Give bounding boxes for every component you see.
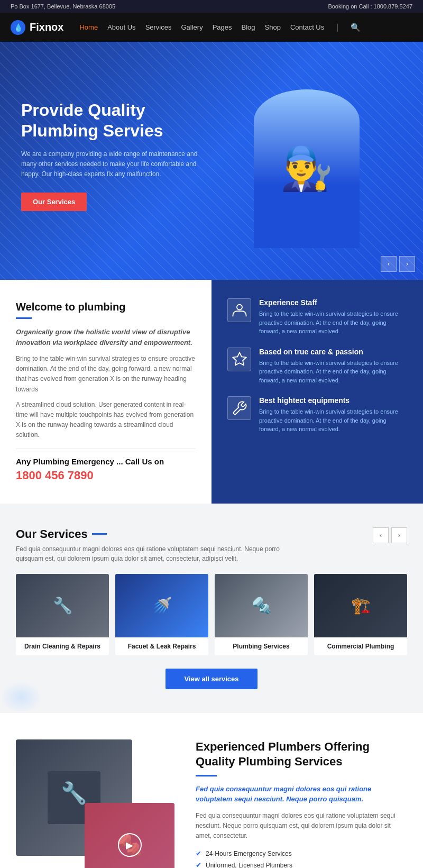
check-icon-2: ✔ (196, 861, 201, 868)
equipment-icon (227, 396, 251, 420)
quality-title: Experienced Plumbers Offering Quality Pl… (196, 739, 407, 770)
welcome-body2: A streamlined cloud solution. User gener… (16, 400, 196, 441)
svg-text:🔧: 🔧 (61, 780, 87, 806)
service-image-2: 🚿 (115, 574, 208, 637)
emergency-title: Any Plumbing Emergency ... Call Us on (16, 457, 196, 466)
feature-desc-2: Bring to the table win-win survival stra… (259, 359, 407, 385)
navbar: 💧 Fixnox Home About Us Services Gallery … (0, 13, 423, 42)
check-icon-1: ✔ (196, 849, 201, 857)
services-title: Our Services (16, 527, 280, 541)
feature-title-1: Experience Staff (259, 298, 407, 307)
quality-tagline: Fed quia consequuntur magni dolores eos … (196, 784, 407, 805)
feature-text-1: Experience Staff Bring to the table win-… (259, 298, 407, 336)
quality-section: 🔧 🔩 ▶ Experienced Plumbers Offering Qual… (0, 713, 423, 869)
services-prev-arrow[interactable]: ‹ (373, 527, 389, 543)
nav-divider: | (336, 23, 338, 32)
brand-icon: 💧 (11, 20, 25, 35)
service-image-4: 🏗️ (314, 574, 407, 637)
play-overlay: ▶ (85, 803, 174, 869)
services-slider-arrows: ‹ › (373, 527, 407, 543)
hero-cta-button[interactable]: Our Services (21, 193, 87, 211)
brand-logo[interactable]: 💧 Fixnox (11, 20, 63, 35)
hero-title: Provide Quality Plumbing Servies (21, 100, 212, 141)
service-label-3: Plumbing Services (215, 637, 308, 655)
passion-icon (227, 348, 251, 371)
split-section: Welcome to plumbing Organically grow the… (0, 280, 423, 504)
feature-desc-1: Bring to the table win-win survival stra… (259, 309, 407, 336)
nav-services[interactable]: Services (145, 23, 172, 31)
service-card-4[interactable]: 🏗️ Commercial Plumbing (314, 574, 407, 655)
quality-description: Fed quia consequuntur magni dolores eos … (196, 811, 407, 842)
checklist-item-1: ✔ 24-Hours Emergency Services (196, 849, 407, 857)
nav-home[interactable]: Home (79, 23, 98, 31)
hero-content: Provide Quality Plumbing Servies We are … (21, 100, 212, 211)
services-header: Our Services Fed quia consequuntur magni… (16, 527, 407, 563)
brand-name: Fixnox (30, 21, 63, 33)
play-button[interactable]: ▶ (118, 833, 142, 857)
nav-shop[interactable]: Shop (265, 23, 281, 31)
feature-item-1: Experience Staff Bring to the table win-… (227, 298, 407, 336)
divider (16, 449, 196, 449)
services-title-line (92, 533, 107, 535)
quality-checklist: ✔ 24-Hours Emergency Services ✔ Uniforme… (196, 849, 407, 868)
service-image-3: 🔩 (215, 574, 308, 637)
feature-title-2: Based on true care & passion (259, 348, 407, 356)
nav-about[interactable]: About Us (107, 23, 135, 31)
service-label-4: Commercial Plumbing (314, 637, 407, 655)
nav-gallery[interactable]: Gallery (181, 23, 203, 31)
feature-title-3: Best hightect equipments (259, 396, 407, 405)
welcome-section: Welcome to plumbing Organically grow the… (0, 280, 212, 504)
hero-nav-arrows: ‹ › (381, 256, 415, 272)
nav-pages[interactable]: Pages (213, 23, 232, 31)
quality-content: Experienced Plumbers Offering Quality Pl… (196, 739, 407, 869)
experience-staff-icon (227, 298, 251, 322)
quality-images: 🔧 🔩 ▶ (16, 739, 174, 869)
services-header-left: Our Services Fed quia consequuntur magni… (16, 527, 280, 563)
hero-prev-arrow[interactable]: ‹ (381, 256, 397, 272)
welcome-tagline: Organically grow the holistic world view… (16, 327, 196, 348)
checklist-item-2: ✔ Uniformed, Licensed Plumbers (196, 861, 407, 868)
services-next-arrow[interactable]: › (391, 527, 407, 543)
address: Po Box 1677, Bellevue, Nebraska 68005 (11, 3, 115, 10)
hero-section: Provide Quality Plumbing Servies We are … (0, 42, 423, 280)
services-section: Our Services Fed quia consequuntur magni… (0, 504, 423, 713)
svg-point-0 (237, 304, 242, 309)
service-image-1: 🔧 (16, 574, 109, 637)
services-grid: 🔧 Drain Cleaning & Repairs 🚿 Facuet & Le… (16, 574, 407, 655)
top-bar: Po Box 1677, Bellevue, Nebraska 68005 Bo… (0, 0, 423, 13)
quality-underline (196, 775, 217, 776)
view-all-button[interactable]: View all services (165, 669, 257, 689)
features-section: Experience Staff Bring to the table win-… (212, 280, 423, 504)
hero-image-area: 👨‍🔧 (212, 63, 402, 248)
welcome-body1: Bring to the table win-win survival stra… (16, 354, 196, 395)
plumber-image: 👨‍🔧 (254, 89, 360, 248)
emergency-phone[interactable]: 1800 456 7890 (16, 469, 196, 482)
hero-description: We are a company providing a wide range … (21, 149, 212, 180)
nav-blog[interactable]: Blog (242, 23, 255, 31)
welcome-title: Welcome to plumbing (16, 301, 196, 313)
service-card-1[interactable]: 🔧 Drain Cleaning & Repairs (16, 574, 109, 655)
service-label-1: Drain Cleaning & Repairs (16, 637, 109, 655)
quality-secondary-image: 🔩 ▶ (85, 803, 174, 869)
feature-text-2: Based on true care & passion Bring to th… (259, 348, 407, 385)
search-icon[interactable]: 🔍 (351, 23, 361, 32)
feature-item-3: Best hightect equipments Bring to the ta… (227, 396, 407, 434)
nav-links: Home About Us Services Gallery Pages Blo… (79, 23, 412, 32)
feature-item-2: Based on true care & passion Bring to th… (227, 348, 407, 385)
services-description: Fed quia consequuntur magni dolores eos … (16, 544, 280, 563)
feature-text-3: Best hightect equipments Bring to the ta… (259, 396, 407, 434)
service-card-3[interactable]: 🔩 Plumbing Services (215, 574, 308, 655)
water-splash-decoration (0, 681, 42, 713)
title-underline (16, 317, 32, 319)
service-label-2: Facuet & Leak Repairs (115, 637, 208, 655)
feature-desc-3: Bring to the table win-win survival stra… (259, 407, 407, 434)
hero-next-arrow[interactable]: › (399, 256, 415, 272)
booking-info: Booking on Call : 1800.879.5247 (328, 3, 412, 10)
nav-contact[interactable]: Contact Us (290, 23, 324, 31)
service-card-2[interactable]: 🚿 Facuet & Leak Repairs (115, 574, 208, 655)
view-all-wrapper: View all services (16, 669, 407, 689)
